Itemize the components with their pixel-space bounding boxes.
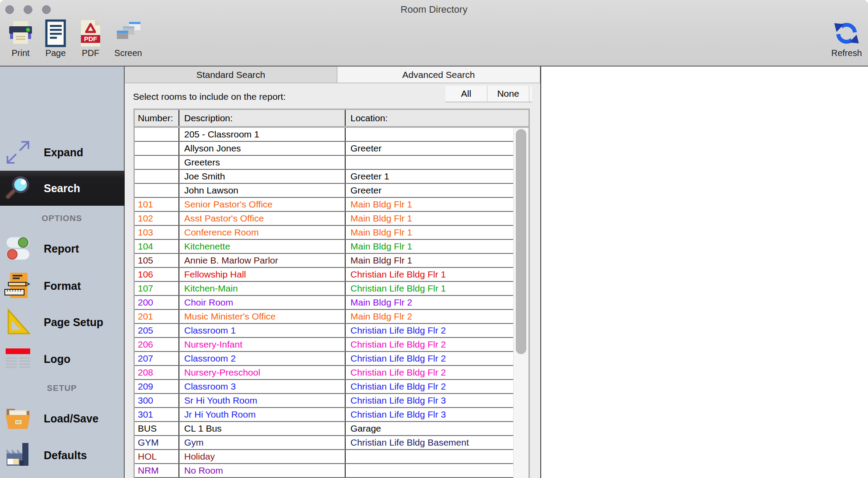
tab-standard-search[interactable]: Standard Search [125, 67, 337, 83]
cell-description[interactable]: Classroom 2 [179, 352, 346, 365]
sidebar-item-logo[interactable]: Logo [0, 341, 124, 376]
cell-location[interactable]: Christian Life Bldg Flr 1 [346, 268, 528, 281]
cell-location[interactable]: Christian Life Bldg Flr 2 [346, 366, 528, 379]
cell-description[interactable]: Sr Hi Youth Room [179, 394, 346, 407]
cell-location[interactable]: Main Bldg Flr 2 [346, 296, 528, 309]
cell-description[interactable]: Asst Pastor's Office [179, 212, 346, 225]
cell-location[interactable]: Greeter [346, 184, 528, 197]
cell-number[interactable]: 208 [135, 366, 179, 379]
table-row[interactable]: GYM Gym Christian Life Bldg Basement [135, 436, 528, 450]
refresh-button[interactable]: Refresh [830, 19, 864, 58]
cell-location[interactable]: Christian Life Bldg Flr 2 [346, 380, 528, 393]
cell-location[interactable]: Greeter 1 [346, 170, 528, 183]
cell-location[interactable]: Main Bldg Flr 1 [346, 212, 528, 225]
select-none-button[interactable]: None [487, 86, 529, 102]
cell-description[interactable]: Kitchen-Main [179, 282, 346, 295]
cell-number[interactable]: 207 [135, 352, 179, 365]
table-row[interactable]: 300 Sr Hi Youth Room Christian Life Bldg… [135, 394, 528, 408]
table-row[interactable]: Greeters [135, 156, 528, 170]
cell-number[interactable]: 103 [135, 226, 179, 239]
cell-number[interactable]: 107 [135, 282, 179, 295]
cell-location[interactable] [346, 156, 528, 169]
cell-number[interactable]: 201 [135, 310, 179, 323]
screen-button[interactable]: Screen [113, 19, 144, 58]
cell-description[interactable]: Greeters [179, 156, 346, 169]
tab-advanced-search[interactable]: Advanced Search [337, 67, 540, 83]
cell-description[interactable]: No Room [179, 464, 346, 477]
select-all-button[interactable]: All [445, 86, 487, 102]
table-row[interactable]: 206 Nursery-Infant Christian Life Bldg F… [135, 338, 528, 352]
cell-number[interactable]: 105 [135, 254, 179, 267]
cell-number[interactable]: HOL [135, 450, 179, 463]
cell-description[interactable]: Fellowship Hall [179, 268, 346, 281]
table-row[interactable]: 107 Kitchen-Main Christian Life Bldg Flr… [135, 282, 528, 296]
table-row[interactable]: 201 Music Minister's Office Main Bldg Fl… [135, 310, 528, 324]
sidebar-item-defaults[interactable]: Defaults [0, 438, 124, 473]
table-row[interactable]: 104 Kitchenette Main Bldg Flr 1 [135, 240, 528, 254]
cell-location[interactable] [346, 128, 528, 141]
table-row[interactable]: NRM No Room [135, 464, 528, 478]
cell-location[interactable]: Christian Life Bldg Flr 1 [346, 282, 528, 295]
cell-description[interactable]: CL 1 Bus [179, 422, 346, 435]
table-row[interactable]: 207 Classroom 2 Christian Life Bldg Flr … [135, 352, 528, 366]
cell-location[interactable]: Main Bldg Flr 1 [346, 240, 528, 253]
table-row[interactable]: 105 Annie B. Marlow Parlor Main Bldg Flr… [135, 254, 528, 268]
cell-description[interactable]: Joe Smith [179, 170, 346, 183]
table-row[interactable]: Joe Smith Greeter 1 [135, 170, 528, 184]
cell-number[interactable]: BUS [135, 422, 179, 435]
cell-number[interactable]: 300 [135, 394, 179, 407]
cell-number[interactable]: 101 [135, 198, 179, 211]
cell-number[interactable]: 301 [135, 408, 179, 421]
cell-description[interactable]: Choir Room [179, 296, 346, 309]
cell-number[interactable] [135, 128, 179, 141]
cell-description[interactable]: Senior Pastor's Office [179, 198, 346, 211]
cell-location[interactable]: Main Bldg Flr 1 [346, 254, 528, 267]
sidebar-item-expand[interactable]: Expand [0, 135, 124, 170]
cell-description[interactable]: Music Minister's Office [179, 310, 346, 323]
cell-description[interactable]: Kitchenette [179, 240, 346, 253]
table-row[interactable]: BUS CL 1 Bus Garage [135, 422, 528, 436]
table-row[interactable]: 205 - Classroom 1 [135, 128, 528, 142]
cell-location[interactable]: Christian Life Bldg Flr 3 [346, 408, 528, 421]
cell-description[interactable]: Nursery-Infant [179, 338, 346, 351]
sidebar-item-format[interactable]: Format [0, 268, 124, 303]
cell-location[interactable]: Garage [346, 422, 528, 435]
cell-number[interactable] [135, 142, 179, 155]
cell-number[interactable]: 102 [135, 212, 179, 225]
cell-location[interactable] [346, 464, 528, 477]
cell-description[interactable]: Annie B. Marlow Parlor [179, 254, 346, 267]
table-row[interactable]: 103 Conference Room Main Bldg Flr 1 [135, 226, 528, 240]
cell-description[interactable]: Nursery-Preschool [179, 366, 346, 379]
cell-description[interactable]: Classroom 1 [179, 324, 346, 337]
table-scrollbar-thumb[interactable] [516, 129, 526, 354]
cell-number[interactable] [135, 184, 179, 197]
cell-number[interactable]: 104 [135, 240, 179, 253]
cell-description[interactable]: Classroom 3 [179, 380, 346, 393]
table-row[interactable]: 101 Senior Pastor's Office Main Bldg Flr… [135, 198, 528, 212]
cell-number[interactable]: GYM [135, 436, 179, 449]
cell-location[interactable]: Greeter [346, 142, 528, 155]
cell-description[interactable]: John Lawson [179, 184, 346, 197]
cell-location[interactable]: Christian Life Bldg Flr 3 [346, 394, 528, 407]
cell-location[interactable]: Christian Life Bldg Flr 2 [346, 352, 528, 365]
table-row[interactable]: 106 Fellowship Hall Christian Life Bldg … [135, 268, 528, 282]
cell-description[interactable]: Jr Hi Youth Room [179, 408, 346, 421]
cell-number[interactable]: 206 [135, 338, 179, 351]
table-scrollbar-track[interactable] [513, 128, 528, 478]
table-row[interactable]: HOL Holiday [135, 450, 528, 464]
cell-location[interactable]: Main Bldg Flr 1 [346, 198, 528, 211]
table-row[interactable]: 209 Classroom 3 Christian Life Bldg Flr … [135, 380, 528, 394]
table-row[interactable]: 301 Jr Hi Youth Room Christian Life Bldg… [135, 408, 528, 422]
cell-description[interactable]: Allyson Jones [179, 142, 346, 155]
sidebar-item-report[interactable]: Report [0, 231, 124, 266]
cell-description[interactable]: Holiday [179, 450, 346, 463]
sidebar-item-load-save[interactable]: Load/Save [0, 401, 124, 436]
cell-location[interactable]: Main Bldg Flr 1 [346, 226, 528, 239]
cell-number[interactable] [135, 170, 179, 183]
table-row[interactable]: John Lawson Greeter [135, 184, 528, 198]
cell-number[interactable]: 209 [135, 380, 179, 393]
cell-number[interactable] [135, 156, 179, 169]
print-button[interactable]: Print [5, 19, 36, 58]
sidebar-item-search[interactable]: Search [0, 171, 125, 206]
cell-location[interactable]: Christian Life Bldg Flr 2 [346, 324, 528, 337]
